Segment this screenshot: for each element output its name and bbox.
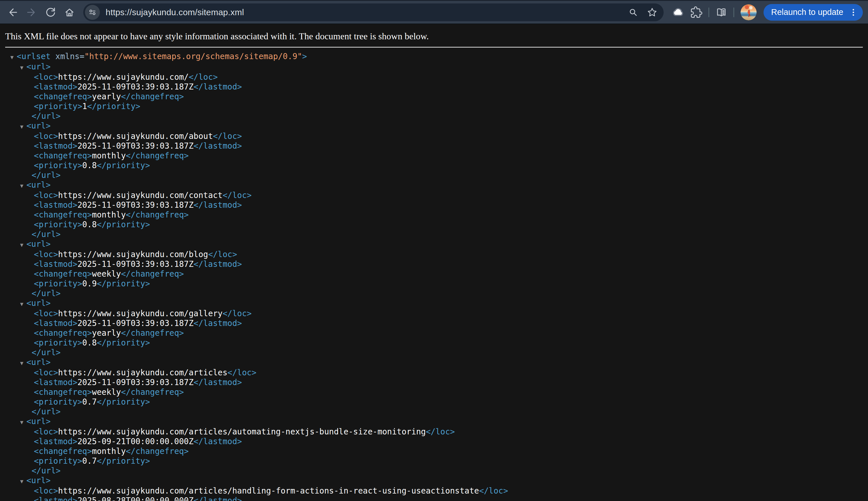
xml-tag: </priority> bbox=[97, 220, 150, 229]
xml-tree: ▼<urlset xmlns="http://www.sitemaps.org/… bbox=[5, 52, 863, 501]
xml-tag: </lastmod> bbox=[193, 496, 242, 501]
xml-tag: </changefreq> bbox=[126, 151, 189, 160]
xml-tag: </lastmod> bbox=[193, 319, 242, 328]
xml-tag: <lastmod> bbox=[34, 141, 77, 151]
xml-text-value: monthly bbox=[92, 151, 126, 160]
xml-tag: </url> bbox=[32, 407, 61, 416]
xml-line: ▼<url> bbox=[5, 358, 863, 368]
collapse-arrow-icon[interactable]: ▼ bbox=[20, 122, 27, 131]
xml-tag: </loc> bbox=[213, 131, 242, 141]
xml-tag: <changefreq> bbox=[34, 269, 92, 279]
xml-line: <priority>0.7</priority> bbox=[5, 397, 863, 407]
xml-tag: </priority> bbox=[97, 279, 150, 288]
home-icon[interactable] bbox=[62, 5, 77, 20]
collapse-arrow-icon[interactable]: ▼ bbox=[20, 299, 27, 309]
forward-icon[interactable] bbox=[24, 5, 39, 20]
xml-text-value: https://www.sujaykundu.com/about bbox=[58, 131, 213, 141]
xml-tag: </priority> bbox=[97, 456, 150, 466]
xml-line: ▼<url> bbox=[5, 239, 863, 249]
collapse-arrow-icon[interactable]: ▼ bbox=[20, 181, 27, 191]
xml-tag: <url> bbox=[27, 239, 51, 249]
relaunch-to-update-button[interactable]: Relaunch to update bbox=[763, 4, 863, 21]
collapse-arrow-icon[interactable]: ▼ bbox=[20, 240, 27, 249]
xml-tag: <loc> bbox=[34, 191, 58, 200]
collapse-arrow-icon[interactable]: ▼ bbox=[20, 358, 27, 368]
xml-line: <changefreq>yearly</changefreq> bbox=[5, 328, 863, 338]
xml-tag: </changefreq> bbox=[121, 92, 184, 101]
xml-tag: <changefreq> bbox=[34, 328, 92, 338]
xml-text-value: 2025-11-09T03:39:03.187Z bbox=[77, 200, 194, 210]
xml-tag: <priority> bbox=[34, 161, 82, 170]
xml-text-value: https://www.sujaykundu.com/ bbox=[58, 72, 189, 82]
xml-line: <loc>https://www.sujaykundu.com/blog</lo… bbox=[5, 249, 863, 259]
extensions-icon[interactable] bbox=[689, 5, 704, 20]
xml-tag: <url> bbox=[27, 476, 51, 485]
site-info-icon[interactable] bbox=[85, 5, 100, 20]
toolbar-separator bbox=[708, 8, 709, 17]
xml-tag: </loc> bbox=[426, 427, 455, 436]
xml-line: ▼<url> bbox=[5, 476, 863, 486]
cloud-extension-icon[interactable] bbox=[670, 5, 685, 20]
collapse-arrow-icon[interactable]: ▼ bbox=[20, 417, 27, 427]
xml-line: <priority>0.8</priority> bbox=[5, 220, 863, 230]
xml-line: </url> bbox=[5, 466, 863, 476]
back-icon[interactable] bbox=[5, 5, 20, 20]
xml-tag: <changefreq> bbox=[34, 92, 92, 101]
address-bar[interactable]: https://sujaykundu.com/sitemap.xml bbox=[83, 3, 664, 21]
xml-tag: <urlset bbox=[17, 52, 55, 61]
xml-tag: </priority> bbox=[97, 397, 150, 407]
xml-line: <changefreq>monthly</changefreq> bbox=[5, 447, 863, 456]
profile-avatar[interactable] bbox=[741, 4, 756, 20]
xml-line: </url> bbox=[5, 230, 863, 239]
xml-tag: </url> bbox=[32, 348, 61, 357]
xml-tag: </url> bbox=[32, 111, 61, 121]
collapse-arrow-icon[interactable]: ▼ bbox=[20, 63, 27, 72]
xml-text-value: 2025-11-09T03:39:03.187Z bbox=[77, 377, 194, 387]
xml-tag: <loc> bbox=[34, 368, 58, 377]
xml-line: <priority>1</priority> bbox=[5, 102, 863, 111]
xml-tag: <loc> bbox=[34, 249, 58, 259]
collapse-arrow-icon[interactable]: ▼ bbox=[20, 476, 27, 486]
xml-text-value: yearly bbox=[92, 92, 121, 101]
xml-text-value: weekly bbox=[92, 387, 121, 397]
relaunch-label: Relaunch to update bbox=[771, 8, 843, 17]
xml-tag: </lastmod> bbox=[193, 82, 242, 92]
xml-line: ▼<url> bbox=[5, 121, 863, 131]
xml-line: <changefreq>monthly</changefreq> bbox=[5, 210, 863, 220]
xml-text-value: https://www.sujaykundu.com/articles bbox=[58, 368, 227, 377]
xml-viewer-page: This XML file does not appear to have an… bbox=[0, 24, 868, 501]
xml-line: <changefreq>yearly</changefreq> bbox=[5, 92, 863, 102]
refresh-icon[interactable] bbox=[43, 5, 58, 20]
xml-line: <changefreq>weekly</changefreq> bbox=[5, 269, 863, 279]
xml-text-value: https://www.sujaykundu.com/articles/auto… bbox=[58, 427, 426, 436]
url-text[interactable]: https://sujaykundu.com/sitemap.xml bbox=[106, 8, 626, 17]
xml-tag: </url> bbox=[32, 466, 61, 476]
xml-line: <lastmod>2025-11-09T03:39:03.187Z</lastm… bbox=[5, 319, 863, 328]
xml-tag: <loc> bbox=[34, 486, 58, 495]
xml-tag: <changefreq> bbox=[34, 447, 92, 456]
collapse-arrow-icon[interactable]: ▼ bbox=[10, 52, 17, 62]
more-menu-icon bbox=[848, 7, 858, 18]
xml-line: <lastmod>2025-11-09T03:39:03.187Z</lastm… bbox=[5, 82, 863, 92]
xml-tag: </loc> bbox=[208, 249, 237, 259]
xml-tag: <url> bbox=[27, 180, 51, 190]
xml-text-value: https://www.sujaykundu.com/contact bbox=[58, 191, 222, 200]
xml-text-value: 0.7 bbox=[82, 397, 97, 407]
xml-tag: <lastmod> bbox=[34, 437, 77, 446]
xml-tag: <priority> bbox=[34, 102, 82, 111]
xml-tag: </changefreq> bbox=[121, 328, 184, 338]
xml-tag: </changefreq> bbox=[126, 447, 189, 456]
xml-tag: <priority> bbox=[34, 397, 82, 407]
xml-tag: </changefreq> bbox=[126, 210, 189, 220]
xml-tag: <changefreq> bbox=[34, 387, 92, 397]
xml-line: <lastmod>2025-11-09T03:39:03.187Z</lastm… bbox=[5, 377, 863, 387]
xml-tag: <url> bbox=[27, 121, 51, 130]
xml-tag: </url> bbox=[32, 230, 61, 239]
xml-tag: </priority> bbox=[97, 161, 150, 170]
zoom-icon[interactable] bbox=[626, 5, 641, 20]
xml-tag: <lastmod> bbox=[34, 82, 77, 92]
xml-line: <loc>https://www.sujaykundu.com/contact<… bbox=[5, 191, 863, 200]
side-panel-book-icon[interactable] bbox=[714, 5, 729, 20]
bookmark-star-icon[interactable] bbox=[645, 5, 660, 20]
xml-tag: <loc> bbox=[34, 131, 58, 141]
